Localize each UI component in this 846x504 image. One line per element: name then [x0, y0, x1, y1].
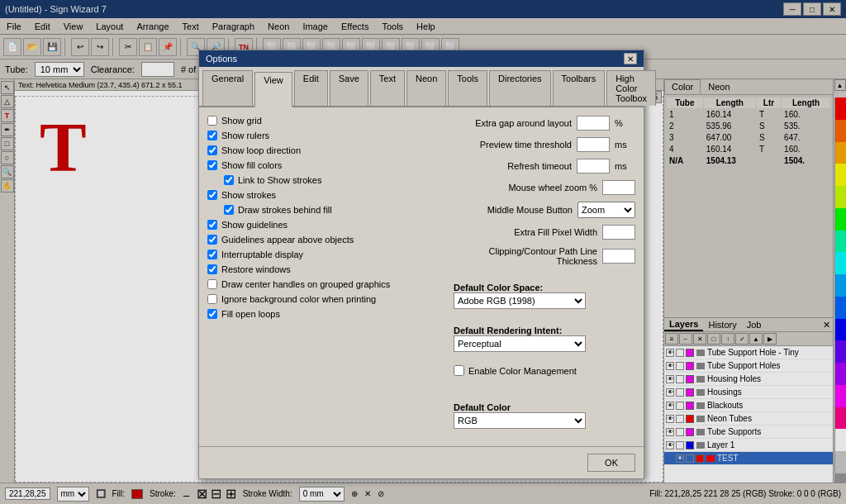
- dialog-tab-high-color[interactable]: High Color Toolbox: [606, 70, 656, 106]
- dialog-close-btn[interactable]: ✕: [624, 53, 637, 64]
- dialog-tab-save[interactable]: Save: [330, 70, 368, 106]
- show-rulers-check[interactable]: [207, 131, 217, 140]
- extra-gap-label: Extra gap around layout: [454, 118, 572, 128]
- extra-gap-input[interactable]: [577, 116, 610, 131]
- rendering-intent-label: Default Rendering Intent:: [454, 326, 635, 335]
- middle-mouse-row: Middle Mouse Button Zoom Pan: [454, 202, 635, 218]
- ignore-bg-color-row: Ignore background color when printing: [207, 294, 437, 304]
- show-fill-colors-label: Show fill colors: [221, 160, 282, 170]
- default-color-section: Default Color RGB CMYK: [454, 399, 635, 429]
- ok-button[interactable]: OK: [587, 454, 635, 472]
- restore-windows-check[interactable]: [207, 264, 217, 274]
- show-guidelines-check[interactable]: [207, 220, 217, 230]
- enable-color-mgmt-label: Enable Color Management: [468, 366, 577, 376]
- mouse-wheel-label: Mouse wheel zoom %: [454, 183, 597, 193]
- mouse-wheel-row: Mouse wheel zoom % 25%: [454, 180, 635, 195]
- extra-fill-label: Extra Fill Pixel Width: [454, 227, 597, 237]
- guidelines-above-check[interactable]: [207, 235, 217, 245]
- draw-center-handles-label: Draw center handles on grouped graphics: [221, 279, 390, 289]
- link-to-show-strokes-row: Link to Show strokes: [224, 175, 437, 185]
- fill-open-loops-check[interactable]: [207, 309, 217, 319]
- preview-time-unit: ms: [615, 140, 635, 150]
- dialog-tab-tools[interactable]: Tools: [448, 70, 487, 106]
- show-loop-direction-row: Show loop direction: [207, 145, 437, 155]
- extra-gap-unit: %: [615, 118, 635, 128]
- dialog-tab-edit[interactable]: Edit: [294, 70, 328, 106]
- refresh-timeout-label: Refresh timeout: [454, 161, 572, 171]
- ignore-bg-color-label: Ignore background color when printing: [221, 294, 376, 304]
- show-loop-direction-label: Show loop direction: [221, 145, 301, 155]
- dialog-right-column: Extra gap around layout % Preview time t…: [454, 116, 635, 438]
- show-fill-colors-check[interactable]: [207, 160, 217, 170]
- dialog-tab-general[interactable]: General: [202, 70, 253, 106]
- dialog-tab-text[interactable]: Text: [370, 70, 405, 106]
- restore-windows-row: Restore windows: [207, 264, 437, 274]
- guidelines-above-label: Guidelines appear above objects: [221, 235, 354, 245]
- restore-windows-label: Restore windows: [221, 264, 291, 274]
- show-grid-label: Show grid: [221, 116, 262, 126]
- dialog-tab-view[interactable]: View: [254, 72, 292, 107]
- extra-fill-input[interactable]: 0: [602, 225, 635, 240]
- interruptable-display-row: Interruptable display: [207, 250, 437, 259]
- ignore-bg-color-check[interactable]: [207, 294, 217, 304]
- enable-color-mgmt-check[interactable]: [454, 365, 464, 376]
- dialog-title-bar: Options ✕: [199, 50, 644, 67]
- show-grid-check[interactable]: [207, 116, 217, 126]
- show-strokes-row: Show strokes: [207, 190, 437, 200]
- preview-time-input[interactable]: 150: [577, 137, 610, 152]
- dialog-tab-neon[interactable]: Neon: [406, 70, 446, 106]
- dialog-left-column: Show grid Show rulers Show loop directio…: [207, 116, 437, 438]
- enable-color-mgmt-row: Enable Color Management: [454, 365, 635, 376]
- refresh-timeout-input[interactable]: 2000: [577, 159, 610, 174]
- fill-open-loops-label: Fill open loops: [221, 309, 280, 319]
- dialog-body: Show grid Show rulers Show loop directio…: [199, 107, 644, 446]
- clipping-row: Clipping/Contour Path Line Thickness 0.8: [454, 246, 635, 266]
- draw-strokes-behind-label: Draw strokes behind fill: [238, 205, 332, 215]
- color-space-select[interactable]: Adobe RGB (1998) sRGB: [454, 292, 586, 309]
- dialog-tab-toolbars[interactable]: Toolbars: [553, 70, 606, 106]
- default-color-select[interactable]: RGB CMYK: [454, 412, 586, 429]
- draw-strokes-behind-row: Draw strokes behind fill: [224, 205, 437, 215]
- rendering-intent-select[interactable]: Perceptual Relative Colorimetric: [454, 335, 586, 352]
- options-dialog: Options ✕ General View Edit Save Text Ne…: [198, 50, 644, 479]
- show-grid-row: Show grid: [207, 116, 437, 126]
- show-guidelines-label: Show guidelines: [221, 220, 288, 230]
- show-guidelines-row: Show guidelines: [207, 220, 437, 230]
- draw-center-handles-row: Draw center handles on grouped graphics: [207, 279, 437, 289]
- link-to-show-strokes-check[interactable]: [224, 175, 234, 185]
- show-strokes-label: Show strokes: [221, 190, 276, 200]
- interruptable-display-label: Interruptable display: [221, 250, 303, 259]
- refresh-timeout-unit: ms: [615, 161, 635, 171]
- refresh-timeout-row: Refresh timeout 2000 ms: [454, 159, 635, 174]
- dialog-tabs: General View Edit Save Text Neon Tools D…: [199, 67, 644, 107]
- interruptable-display-check[interactable]: [207, 250, 217, 259]
- dialog-tab-directories[interactable]: Directories: [489, 70, 551, 106]
- link-to-show-strokes-label: Link to Show strokes: [238, 175, 322, 185]
- middle-mouse-label: Middle Mouse Button: [454, 205, 573, 215]
- color-space-label: Default Color Space:: [454, 283, 635, 292]
- preview-time-label: Preview time threshold: [454, 140, 572, 150]
- show-rulers-label: Show rulers: [221, 131, 269, 140]
- default-color-label: Default Color: [454, 402, 635, 412]
- show-strokes-check[interactable]: [207, 190, 217, 200]
- mouse-wheel-input[interactable]: 25%: [602, 180, 635, 195]
- dialog-title-text: Options: [206, 54, 237, 64]
- show-fill-colors-row: Show fill colors: [207, 160, 437, 170]
- show-rulers-row: Show rulers: [207, 131, 437, 140]
- middle-mouse-select[interactable]: Zoom Pan: [577, 202, 635, 218]
- rendering-intent-section: Default Rendering Intent: Perceptual Rel…: [454, 322, 635, 352]
- draw-center-handles-check[interactable]: [207, 279, 217, 289]
- extra-gap-row: Extra gap around layout %: [454, 116, 635, 131]
- draw-strokes-behind-check[interactable]: [224, 205, 234, 215]
- clipping-input[interactable]: 0.8: [602, 249, 635, 264]
- fill-open-loops-row: Fill open loops: [207, 309, 437, 319]
- dialog-overlay: Options ✕ General View Edit Save Text Ne…: [0, 0, 846, 504]
- preview-time-row: Preview time threshold 150 ms: [454, 137, 635, 152]
- guidelines-above-row: Guidelines appear above objects: [207, 235, 437, 245]
- clipping-label: Clipping/Contour Path Line Thickness: [454, 246, 597, 266]
- color-space-section: Default Color Space: Adobe RGB (1998) sR…: [454, 279, 635, 309]
- show-loop-direction-check[interactable]: [207, 145, 217, 155]
- extra-fill-row: Extra Fill Pixel Width 0: [454, 225, 635, 240]
- dialog-footer: OK: [199, 446, 644, 478]
